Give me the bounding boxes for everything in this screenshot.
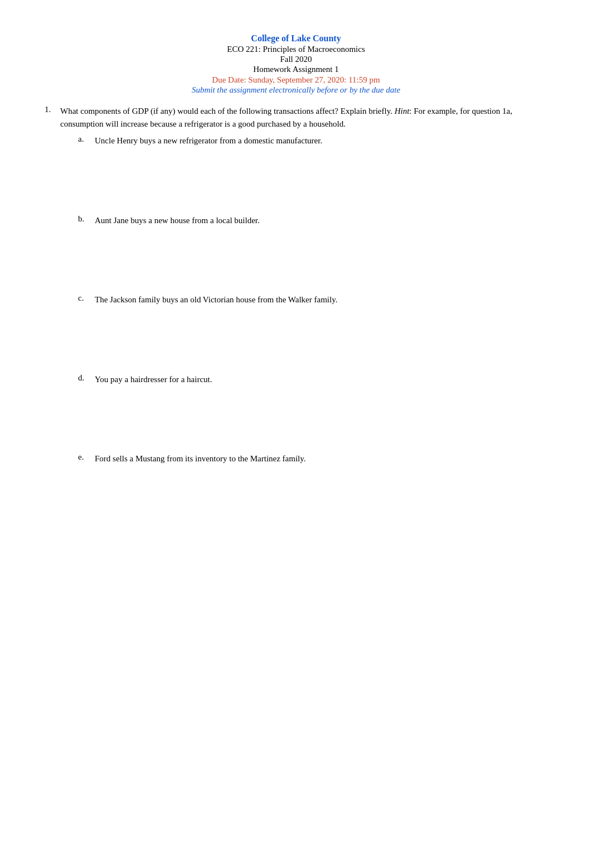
answer-space-d xyxy=(78,385,547,452)
answer-space-c xyxy=(78,306,547,373)
sub-questions-list: a. Uncle Henry buys a new refrigerator f… xyxy=(78,134,547,538)
sub-question-a-text: Uncle Henry buys a new refrigerator from… xyxy=(95,134,322,147)
sub-question-a: a. Uncle Henry buys a new refrigerator f… xyxy=(78,134,547,214)
submit-note: Submit the assignment electronically bef… xyxy=(45,85,547,95)
answer-space-b xyxy=(78,226,547,293)
sub-question-c: c. The Jackson family buys an old Victor… xyxy=(78,293,547,373)
sub-question-b-text: Aunt Jane buys a new house from a local … xyxy=(95,214,260,227)
sub-question-d-text: You pay a hairdresser for a haircut. xyxy=(95,373,212,386)
sub-question-d-label: d. xyxy=(78,373,95,383)
sub-question-b: b. Aunt Jane buys a new house from a loc… xyxy=(78,214,547,294)
sub-question-b-label: b. xyxy=(78,214,95,224)
sub-question-e: e. Ford sells a Mustang from its invento… xyxy=(78,452,547,538)
sub-question-e-text: Ford sells a Mustang from its inventory … xyxy=(95,452,306,465)
question-1: 1. What components of GDP (if any) would… xyxy=(45,105,547,130)
sub-question-c-text: The Jackson family buys an old Victorian… xyxy=(95,293,337,306)
sub-question-a-label: a. xyxy=(78,134,95,144)
question-1-number: 1. xyxy=(45,105,60,114)
answer-space-a xyxy=(78,147,547,214)
answer-space-e xyxy=(78,465,547,538)
course-title: ECO 221: Principles of Macroeconomics xyxy=(45,45,547,54)
document-header: College of Lake County ECO 221: Principl… xyxy=(45,33,547,95)
question-1-text: What components of GDP (if any) would ea… xyxy=(60,105,547,130)
sub-question-e-label: e. xyxy=(78,452,95,462)
sub-question-d: d. You pay a hairdresser for a haircut. xyxy=(78,373,547,453)
sub-question-c-label: c. xyxy=(78,293,95,303)
assignment-title: Homework Assignment 1 xyxy=(45,65,547,74)
college-name: College of Lake County xyxy=(45,33,547,44)
questions-section: 1. What components of GDP (if any) would… xyxy=(45,105,547,538)
hint-label: Hint xyxy=(395,107,410,115)
semester: Fall 2020 xyxy=(45,55,547,64)
due-date: Due Date: Sunday, September 27, 2020: 11… xyxy=(45,75,547,85)
